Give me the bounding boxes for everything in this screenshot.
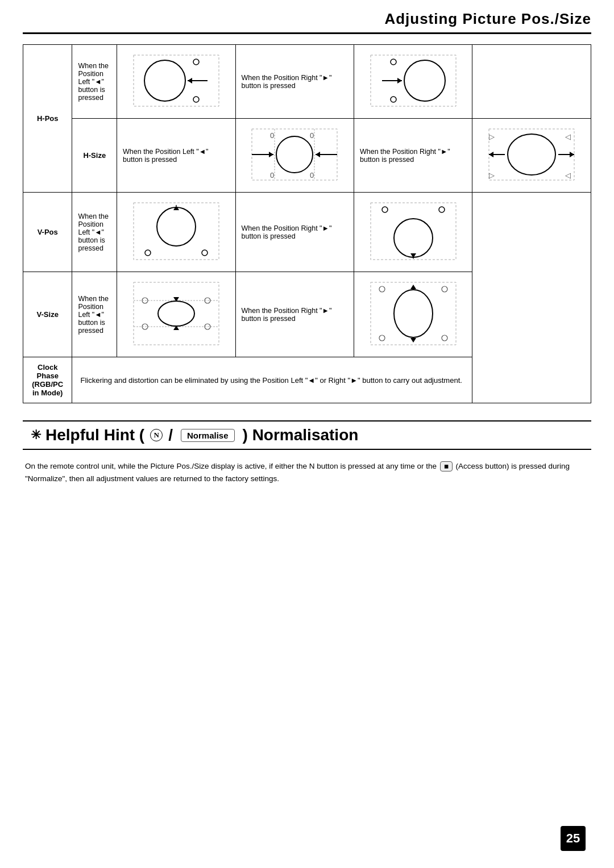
svg-text:◁: ◁ <box>565 171 571 180</box>
svg-point-59 <box>379 286 385 292</box>
v-pos-right-diagram <box>354 193 472 272</box>
svg-marker-5 <box>188 78 192 84</box>
h-size-label: H-Size <box>72 119 117 193</box>
svg-point-63 <box>394 290 433 337</box>
svg-point-2 <box>193 59 199 65</box>
svg-marker-23 <box>316 152 320 157</box>
v-size-right-desc: When the Position Right "►" button is pr… <box>235 272 354 357</box>
h-size-left-desc: When the Position Left "◄" button is pre… <box>117 119 235 193</box>
page-container: Adjusting Picture Pos./Size H-Pos When t… <box>0 0 614 868</box>
clock-phase-row: Clock Phase (RGB/PC in Mode) Flickering … <box>23 357 591 403</box>
svg-point-53 <box>158 301 194 326</box>
hint-body-text: On the remote control unit, while the Pi… <box>25 462 570 483</box>
svg-text:0: 0 <box>270 171 274 180</box>
h-pos-label: H-Pos <box>23 45 72 193</box>
svg-point-62 <box>442 335 447 341</box>
svg-point-29 <box>508 134 555 175</box>
table-row: H-Size When the Position Left "◄" button… <box>23 119 591 193</box>
v-size-left-desc: When the Position Left "◄" button is pre… <box>72 272 117 357</box>
lightbulb-icon: ✳ <box>31 428 41 443</box>
svg-text:▷: ▷ <box>489 132 495 141</box>
svg-rect-40 <box>371 203 456 260</box>
svg-point-1 <box>144 60 185 101</box>
svg-point-60 <box>442 286 447 292</box>
svg-marker-33 <box>570 152 574 157</box>
adjustment-table: H-Pos When the Position Left "◄" button … <box>23 44 591 403</box>
page-title: Adjusting Picture Pos./Size <box>384 10 591 27</box>
page-number: 25 <box>561 826 586 851</box>
svg-point-36 <box>145 250 151 256</box>
helpful-hint-bar: ✳ Helpful Hint ( N / Normalise ) Normali… <box>23 420 591 450</box>
h-size-left-diagram: 0 0 0 0 <box>235 119 354 193</box>
clock-phase-label: Clock Phase (RGB/PC in Mode) <box>23 357 72 403</box>
clock-phase-description: Flickering and distortion can be elimina… <box>72 357 472 403</box>
svg-text:0: 0 <box>310 171 314 180</box>
v-size-left-diagram <box>117 272 235 357</box>
title-bar: Adjusting Picture Pos./Size <box>23 0 591 34</box>
table-row: V-Pos When the Position Left "◄" button … <box>23 193 591 272</box>
helpful-hint-title: ✳ Helpful Hint ( N / Normalise ) Normali… <box>31 426 358 444</box>
svg-point-61 <box>379 335 385 341</box>
table-row: H-Pos When the Position Left "◄" button … <box>23 45 591 119</box>
v-pos-right-desc: When the Position Right "►" button is pr… <box>235 193 354 272</box>
svg-text:▷: ▷ <box>489 171 495 180</box>
svg-point-35 <box>157 207 196 246</box>
v-pos-left-desc: When the Position Left "◄" button is pre… <box>72 193 117 272</box>
svg-marker-21 <box>269 152 273 157</box>
h-pos-left-desc: When the Position Left "◄" button is pre… <box>72 45 117 119</box>
svg-rect-46 <box>134 282 219 345</box>
svg-marker-11 <box>397 78 402 84</box>
svg-text:0: 0 <box>310 131 314 140</box>
table-row: V-Size When the Position Left "◄" button… <box>23 272 591 357</box>
svg-marker-65 <box>410 285 416 289</box>
svg-point-37 <box>202 250 208 256</box>
h-pos-right-diagram <box>354 45 472 119</box>
h-size-right-desc: When the Position Right "►" button is pr… <box>354 119 472 193</box>
v-pos-left-diagram <box>117 193 235 272</box>
svg-text:0: 0 <box>270 131 274 140</box>
svg-point-15 <box>276 136 313 173</box>
v-size-right-diagram <box>354 272 472 357</box>
h-size-right-diagram: ▷ ◁ ▷ ◁ <box>472 119 591 193</box>
svg-point-41 <box>394 219 433 257</box>
svg-text:◁: ◁ <box>565 132 571 141</box>
v-pos-label: V-Pos <box>23 193 72 272</box>
v-size-label: V-Size <box>23 272 72 357</box>
helpful-hint-body: On the remote control unit, while the Pi… <box>23 460 591 485</box>
access-button-icon: ◼ <box>440 461 453 471</box>
svg-point-7 <box>404 60 445 101</box>
normalise-button: Normalise <box>181 429 235 442</box>
svg-marker-31 <box>489 152 493 157</box>
svg-point-8 <box>391 59 396 65</box>
svg-point-9 <box>391 97 396 102</box>
h-pos-left-diagram <box>117 45 235 119</box>
svg-point-42 <box>382 207 388 212</box>
svg-rect-34 <box>134 203 219 260</box>
svg-marker-67 <box>410 338 416 343</box>
h-pos-right-desc: When the Position Right "►" button is pr… <box>235 45 354 119</box>
svg-point-3 <box>193 97 199 102</box>
svg-point-43 <box>439 207 445 212</box>
n-button: N <box>150 429 163 441</box>
